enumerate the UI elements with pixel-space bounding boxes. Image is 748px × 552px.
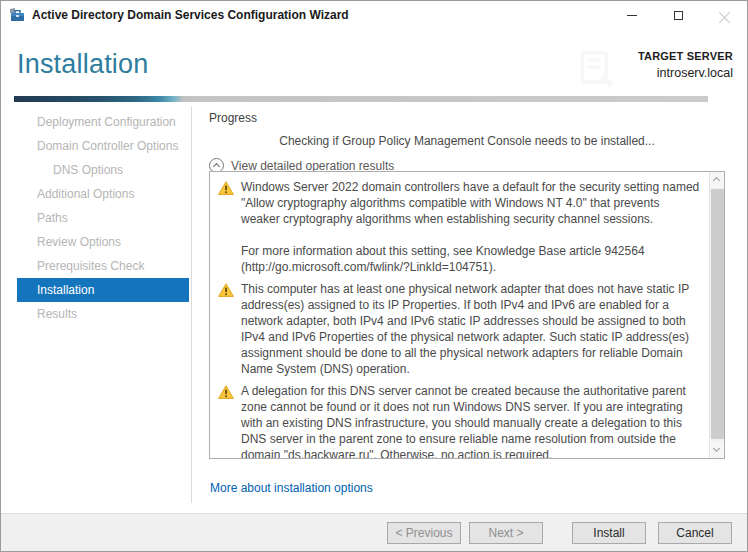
sidebar-item-review-options[interactable]: Review Options	[17, 230, 189, 254]
sidebar-item-dns-options[interactable]: DNS Options	[17, 158, 189, 182]
window-title: Active Directory Domain Services Configu…	[32, 8, 349, 22]
warning-item: A delegation for this DNS server cannot …	[218, 383, 700, 459]
sidebar-item-additional-options[interactable]: Additional Options	[17, 182, 189, 206]
target-server-label: TARGET SERVER	[638, 50, 733, 62]
sidebar-item-installation[interactable]: Installation	[17, 278, 189, 302]
close-button[interactable]	[701, 1, 747, 29]
install-button[interactable]: Install	[572, 522, 646, 544]
sidebar-item-paths[interactable]: Paths	[17, 206, 189, 230]
main-content: Progress Checking if Group Policy Manage…	[209, 106, 725, 173]
warning-text: Windows Server 2022 domain controllers h…	[241, 179, 700, 275]
warning-icon	[218, 181, 234, 195]
footer-bar: < Previous Next > Install Cancel	[1, 513, 747, 551]
results-scrollbar[interactable]	[709, 172, 724, 458]
warning-icon	[218, 385, 234, 399]
title-bar: Active Directory Domain Services Configu…	[1, 1, 747, 29]
warning-icon	[218, 283, 234, 297]
target-server-block: TARGET SERVER introserv.local	[638, 50, 733, 80]
sidebar-item-deployment-configuration[interactable]: Deployment Configuration	[17, 110, 189, 134]
sidebar-item-prerequisites-check[interactable]: Prerequisites Check	[17, 254, 189, 278]
progress-bar	[14, 96, 708, 102]
minimize-button[interactable]	[609, 1, 655, 29]
wizard-steps-sidebar: Deployment Configuration Domain Controll…	[1, 106, 192, 503]
warning-text: This computer has at least one physical …	[241, 281, 700, 377]
page-title: Installation	[17, 49, 148, 80]
minimize-icon	[627, 15, 637, 16]
maximize-button[interactable]	[655, 1, 701, 29]
scroll-down-button[interactable]	[710, 442, 725, 458]
maximize-icon	[674, 11, 683, 20]
scrollbar-thumb[interactable]	[711, 189, 724, 439]
cancel-button[interactable]: Cancel	[658, 522, 732, 544]
progress-status-text: Checking if Group Policy Management Cons…	[209, 134, 725, 148]
close-icon	[719, 10, 730, 21]
more-about-installation-link[interactable]: More about installation options	[210, 481, 373, 495]
app-icon	[9, 7, 25, 23]
warning-item: This computer has at least one physical …	[218, 281, 700, 377]
wizard-window: Active Directory Domain Services Configu…	[0, 0, 748, 552]
progress-label: Progress	[209, 111, 725, 125]
next-button[interactable]: Next >	[469, 522, 543, 544]
warning-text: A delegation for this DNS server cannot …	[241, 383, 700, 459]
warning-item: Windows Server 2022 domain controllers h…	[218, 179, 700, 275]
server-watermark-icon	[575, 47, 619, 91]
sidebar-item-domain-controller-options[interactable]: Domain Controller Options	[17, 134, 189, 158]
operation-results-box: Windows Server 2022 domain controllers h…	[209, 171, 725, 459]
scroll-up-button[interactable]	[710, 172, 725, 188]
window-controls	[609, 1, 747, 29]
previous-button[interactable]: < Previous	[387, 522, 461, 544]
sidebar-item-results[interactable]: Results	[17, 302, 189, 326]
target-server-value: introserv.local	[638, 66, 733, 80]
